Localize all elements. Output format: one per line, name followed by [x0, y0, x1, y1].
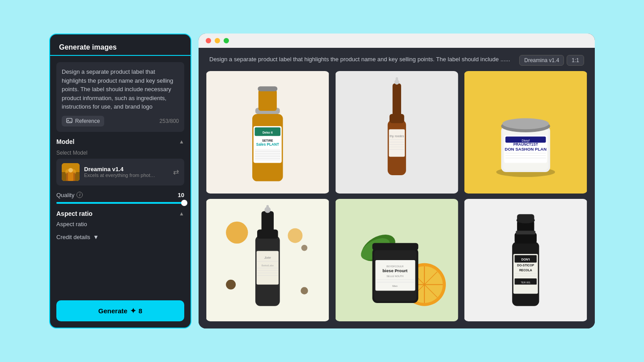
- panel-body: Design a separate product label that hig…: [50, 56, 191, 300]
- image-card-1[interactable]: Deko it STORE SETIRE Sales PLANT: [206, 71, 330, 194]
- svg-text:TER 001: TER 001: [521, 281, 531, 284]
- svg-point-53: [288, 228, 303, 243]
- char-count: 253/800: [160, 118, 179, 124]
- traffic-light-red[interactable]: [206, 38, 211, 43]
- generate-label: Generate: [98, 307, 127, 315]
- aspect-ratio-section: Aspect ratio ▲ Aspect ratio: [56, 210, 184, 227]
- svg-rect-93: [516, 231, 536, 234]
- svg-rect-27: [392, 83, 401, 117]
- reference-icon: [66, 118, 72, 124]
- prompt-bar: Design a separate product label that hig…: [199, 48, 595, 71]
- quality-slider-thumb[interactable]: [181, 200, 187, 206]
- model-card[interactable]: Dreamina v1.4 Excels at everything from …: [56, 159, 184, 185]
- select-model-label: Select Model: [56, 150, 184, 156]
- svg-text:Joée: Joée: [264, 256, 271, 259]
- generate-star-icon: ✦: [130, 307, 136, 315]
- quality-label-text: Quality: [56, 192, 74, 198]
- image-card-2[interactable]: thy roodes: [335, 71, 459, 194]
- traffic-light-yellow[interactable]: [215, 38, 220, 43]
- prompt-text[interactable]: Design a separate product label that hig…: [62, 67, 179, 111]
- svg-rect-81: [372, 243, 418, 250]
- product-image-4: Joée BatitalLabo: [206, 199, 330, 321]
- model-thumbnail: [62, 163, 80, 181]
- svg-text:DO-STICOP: DO-STICOP: [517, 264, 534, 267]
- aspect-ratio-chevron-icon: ▲: [179, 210, 184, 217]
- textarea-footer: Reference 253/800: [62, 116, 179, 126]
- image-card-5[interactable]: BOYDFCOULR biese Prourt SELLE NOUTH Mien: [335, 199, 459, 321]
- model-chevron-icon: ▲: [179, 139, 184, 145]
- svg-text:biese Prourt: biese Prourt: [382, 268, 408, 273]
- product-image-5: BOYDFCOULR biese Prourt SELLE NOUTH Mien: [335, 199, 459, 321]
- credit-details-label: Credit details: [56, 234, 90, 240]
- quality-section: Quality i 10: [56, 192, 184, 204]
- reference-button[interactable]: Reference: [62, 116, 104, 126]
- tag-model: Dreamina v1.4: [519, 55, 564, 66]
- svg-point-55: [301, 287, 308, 294]
- model-name: Dreamina v1.4: [84, 166, 169, 173]
- product-image-6: DON't DO-STICOP RECOLA TER 001: [464, 199, 588, 321]
- image-card-3[interactable]: Dkeyf PRAUNCT1ST DON SASHON PLAN: [464, 71, 588, 194]
- quality-slider-container[interactable]: [56, 202, 184, 204]
- svg-text:SELLE NOUTH: SELLE NOUTH: [386, 275, 403, 278]
- product-image-2: thy roodes: [335, 71, 459, 194]
- prompt-tags: Dreamina v1.4 1:1: [519, 55, 584, 66]
- traffic-light-green[interactable]: [224, 38, 229, 43]
- model-thumbnail-svg: [62, 163, 80, 181]
- svg-point-54: [226, 280, 236, 290]
- svg-text:DON SASHON PLAN: DON SASHON PLAN: [505, 147, 547, 152]
- prompt-textarea-wrapper[interactable]: Design a separate product label that hig…: [56, 62, 184, 132]
- quality-value: 10: [178, 192, 184, 198]
- result-prompt-text: Design a separate product label that hig…: [209, 55, 512, 64]
- panel-title: Generate images: [59, 43, 117, 51]
- svg-text:Sales PLANT: Sales PLANT: [256, 143, 279, 147]
- product-image-1: Deko it STORE SETIRE Sales PLANT: [206, 71, 330, 194]
- image-card-6[interactable]: DON't DO-STICOP RECOLA TER 001: [464, 199, 588, 321]
- panel-header: Generate images: [50, 34, 191, 56]
- svg-rect-23: [258, 86, 277, 91]
- svg-point-52: [226, 222, 248, 244]
- svg-text:DON't: DON't: [521, 258, 530, 261]
- model-section: Model ▲ Select Model: [56, 138, 184, 185]
- right-panel: Design a separate product label that hig…: [199, 34, 595, 328]
- svg-text:Deko it: Deko it: [263, 131, 273, 134]
- credit-details[interactable]: Credit details ▼: [56, 234, 184, 240]
- aspect-ratio-header: Aspect ratio ▲: [56, 210, 184, 217]
- svg-text:BatitalLabo: BatitalLabo: [262, 264, 274, 267]
- svg-rect-6: [68, 171, 73, 181]
- quality-info-icon: i: [76, 192, 83, 198]
- svg-point-7: [68, 168, 73, 173]
- model-desc: Excels at everything from photorealis...: [84, 173, 156, 178]
- credit-details-chevron: ▼: [93, 234, 99, 240]
- image-card-4[interactable]: Joée BatitalLabo: [206, 199, 330, 321]
- model-select-area: Select Model: [56, 150, 184, 185]
- svg-text:Mien: Mien: [392, 285, 398, 287]
- quality-label: Quality i: [56, 192, 83, 198]
- model-section-title: Model: [56, 138, 74, 145]
- svg-text:BOYDFCOULR: BOYDFCOULR: [386, 265, 403, 268]
- reference-label: Reference: [75, 118, 100, 124]
- svg-point-42: [503, 118, 549, 129]
- svg-rect-104: [517, 214, 534, 221]
- svg-rect-18: [255, 149, 281, 161]
- svg-text:thy roodes: thy roodes: [390, 135, 404, 138]
- quality-header: Quality i 10: [56, 192, 184, 198]
- svg-rect-30: [389, 129, 405, 157]
- generate-button[interactable]: Generate ✦ 8: [56, 300, 184, 321]
- left-panel: Generate images Design a separate produc…: [49, 34, 191, 328]
- model-settings-icon[interactable]: ⇄: [173, 168, 179, 176]
- svg-text:PRAUNCT1ST: PRAUNCT1ST: [513, 143, 538, 147]
- quality-slider-track: [56, 202, 184, 204]
- model-info: Dreamina v1.4 Excels at everything from …: [84, 166, 169, 178]
- images-grid: Deko it STORE SETIRE Sales PLANT: [199, 71, 595, 328]
- browser-titlebar: [199, 34, 595, 48]
- browser-content: Design a separate product label that hig…: [199, 48, 595, 328]
- svg-text:RECOLA: RECOLA: [519, 269, 532, 272]
- svg-rect-10: [258, 89, 277, 111]
- quality-slider-fill: [56, 202, 184, 204]
- aspect-ratio-title: Aspect ratio: [56, 210, 93, 217]
- svg-rect-61: [267, 205, 269, 212]
- tag-ratio: 1:1: [567, 55, 584, 66]
- svg-rect-29: [395, 77, 398, 84]
- svg-rect-59: [262, 211, 274, 232]
- aspect-ratio-label: Aspect ratio: [56, 221, 184, 227]
